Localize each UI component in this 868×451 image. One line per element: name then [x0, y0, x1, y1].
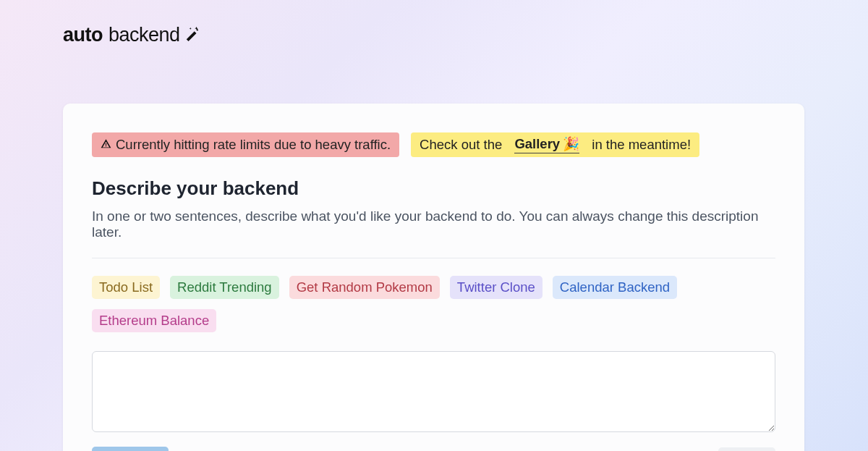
magic-wand-icon	[184, 24, 200, 46]
example-chip[interactable]: Get Random Pokemon	[289, 276, 440, 299]
example-chip[interactable]: Ethereum Balance	[92, 309, 216, 332]
example-chip[interactable]: Twitter Clone	[450, 276, 542, 299]
party-icon: 🎉	[563, 136, 579, 152]
example-chips: Todo ListReddit TrendingGet Random Pokem…	[92, 276, 775, 332]
example-chip[interactable]: Calendar Backend	[553, 276, 677, 299]
gallery-link[interactable]: Gallery 🎉	[514, 136, 579, 153]
main-card: Currently hitting rate limits due to hea…	[63, 104, 804, 451]
logo-light: backend	[109, 24, 180, 46]
alert-row: Currently hitting rate limits due to hea…	[92, 132, 775, 157]
gallery-alert: Check out the Gallery 🎉 in the meantime!	[411, 132, 699, 157]
rate-limit-alert: Currently hitting rate limits due to hea…	[92, 132, 399, 157]
gallery-post-text: in the meantime!	[592, 137, 691, 153]
example-chip[interactable]: Reddit Trending	[170, 276, 279, 299]
example-chip[interactable]: Todo List	[92, 276, 160, 299]
submit-button[interactable]: Submit	[92, 447, 169, 451]
logo-bold: auto	[63, 24, 103, 46]
rate-limit-text: Currently hitting rate limits due to hea…	[116, 137, 391, 153]
footer-row: Submit 0 / 250	[92, 447, 775, 451]
gallery-pre-text: Check out the	[420, 137, 502, 153]
section-subtitle: In one or two sentences, describe what y…	[92, 208, 775, 240]
app-logo: auto backend	[63, 24, 200, 46]
char-counter: 0 / 250	[718, 447, 775, 451]
divider	[92, 258, 775, 258]
gallery-link-label: Gallery	[514, 136, 560, 152]
section-title: Describe your backend	[92, 177, 775, 200]
warning-icon	[101, 137, 111, 153]
description-input[interactable]	[92, 351, 775, 432]
